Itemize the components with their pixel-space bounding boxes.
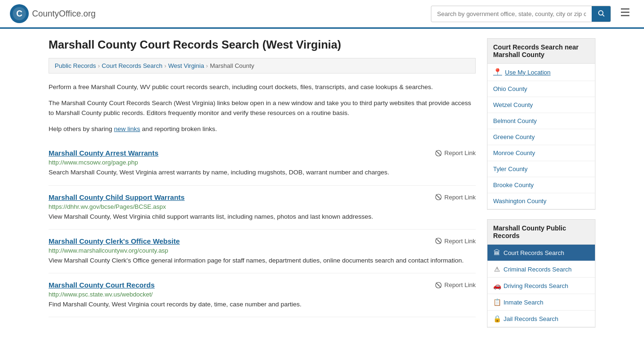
search-bar bbox=[431, 6, 611, 22]
record-header: Marshall County Clerk's Office Website R… bbox=[49, 237, 476, 245]
main-container: Marshall County Court Records Search (We… bbox=[39, 29, 605, 346]
public-records-link-icon: ⚠ bbox=[493, 265, 501, 273]
nearby-county-link[interactable]: Wetzel County bbox=[487, 97, 595, 113]
breadcrumb-sep-1: › bbox=[98, 62, 99, 69]
hamburger-button[interactable] bbox=[616, 5, 635, 23]
public-records-link[interactable]: 🚗Driving Records Search bbox=[487, 278, 595, 294]
location-icon: 📍 bbox=[493, 68, 502, 76]
record-desc: Search Marshall County, West Virginia ar… bbox=[49, 168, 476, 177]
nearby-county-link[interactable]: Greene County bbox=[487, 129, 595, 145]
public-records-link-label: Driving Records Search bbox=[504, 282, 568, 289]
public-records-links: 🏛Court Records Search⚠Criminal Records S… bbox=[487, 245, 595, 328]
nearby-county-link[interactable]: Brooke County bbox=[487, 177, 595, 193]
breadcrumb-west-virginia[interactable]: West Virginia bbox=[168, 62, 204, 69]
record-header: Marshall County Court Records Report Lin… bbox=[49, 281, 476, 289]
record-url[interactable]: http://www.marshallcountywv.org/county.a… bbox=[49, 247, 476, 254]
report-icon bbox=[435, 149, 442, 157]
record-title[interactable]: Marshall County Clerk's Office Website bbox=[49, 237, 180, 245]
description-para3: Help others by sharing new links and rep… bbox=[49, 124, 476, 134]
sidebar: Court Records Search near Marshall Count… bbox=[487, 38, 595, 337]
svg-line-4 bbox=[603, 15, 604, 16]
breadcrumb-marshall-county: Marshall County bbox=[210, 62, 254, 69]
svg-point-3 bbox=[599, 10, 603, 15]
record-item: Marshall County Child Support Warrants R… bbox=[49, 186, 476, 230]
public-records-link-label: Inmate Search bbox=[504, 299, 544, 306]
nearby-county-link[interactable]: Belmont County bbox=[487, 113, 595, 129]
public-records-link-label: Criminal Records Search bbox=[504, 266, 572, 273]
report-link[interactable]: Report Link bbox=[435, 193, 476, 201]
nearby-county-link[interactable]: Monroe County bbox=[487, 145, 595, 161]
use-location-link[interactable]: 📍 Use My Location bbox=[487, 64, 595, 81]
public-records-link-icon: 🏛 bbox=[493, 249, 501, 256]
nearby-links-container: Ohio CountyWetzel CountyBelmont CountyGr… bbox=[487, 81, 595, 209]
desc-para3-before: Help others by sharing bbox=[49, 125, 114, 132]
record-desc: View Marshall County, West Virginia chil… bbox=[49, 212, 476, 222]
logo-area: C CountyOffice.org bbox=[9, 4, 96, 24]
nearby-heading: Court Records Search near Marshall Count… bbox=[487, 38, 595, 64]
breadcrumb-sep-3: › bbox=[206, 62, 208, 69]
report-link[interactable]: Report Link bbox=[435, 237, 476, 245]
public-records-section: Marshall County Public Records 🏛Court Re… bbox=[487, 219, 595, 328]
report-link[interactable]: Report Link bbox=[435, 281, 476, 289]
search-button[interactable] bbox=[592, 6, 611, 22]
record-header: Marshall County Arrest Warrants Report L… bbox=[49, 149, 476, 157]
public-records-link[interactable]: ⚠Criminal Records Search bbox=[487, 261, 595, 278]
public-records-link-icon: 🔒 bbox=[493, 315, 501, 322]
record-url[interactable]: https://dhhr.wv.gov/bcse/Pages/BCSE.aspx bbox=[49, 203, 476, 210]
nearby-section: Court Records Search near Marshall Count… bbox=[487, 38, 595, 210]
public-records-heading: Marshall County Public Records bbox=[487, 219, 595, 245]
record-title[interactable]: Marshall County Court Records bbox=[49, 281, 155, 289]
record-item: Marshall County Court Records Report Lin… bbox=[49, 273, 476, 317]
search-input[interactable] bbox=[431, 7, 592, 21]
site-header: C CountyOffice.org bbox=[0, 0, 644, 29]
record-url[interactable]: http://www.mcsowv.org/page.php bbox=[49, 159, 476, 166]
content-area: Marshall County Court Records Search (We… bbox=[49, 38, 476, 337]
page-title: Marshall County Court Records Search (We… bbox=[49, 38, 476, 51]
desc-para3-after: and reporting broken links. bbox=[140, 125, 217, 132]
nearby-links: 📍 Use My Location Ohio CountyWetzel Coun… bbox=[487, 64, 595, 210]
record-url[interactable]: http://www.psc.state.wv.us/webdocket/ bbox=[49, 291, 476, 298]
nearby-county-link[interactable]: Ohio County bbox=[487, 81, 595, 97]
public-records-link-label: Jail Records Search bbox=[504, 315, 558, 322]
records-list: Marshall County Arrest Warrants Report L… bbox=[49, 141, 476, 317]
use-location-label: Use My Location bbox=[505, 69, 551, 76]
search-icon bbox=[597, 9, 605, 17]
public-records-link-label: Court Records Search bbox=[504, 249, 564, 256]
report-icon bbox=[435, 193, 442, 201]
public-records-link[interactable]: 🔒Jail Records Search bbox=[487, 311, 595, 327]
record-title[interactable]: Marshall County Arrest Warrants bbox=[49, 149, 158, 157]
record-desc: Find Marshall County, West Virginia cour… bbox=[49, 300, 476, 309]
breadcrumb-public-records[interactable]: Public Records bbox=[55, 62, 96, 69]
logo-suffix: .org bbox=[81, 9, 96, 18]
public-records-link[interactable]: 🏛Court Records Search bbox=[487, 245, 595, 261]
nearby-county-link[interactable]: Tyler County bbox=[487, 161, 595, 177]
description-section: Perform a free Marshall County, WV publi… bbox=[49, 82, 476, 134]
logo-text: CountyOffice.org bbox=[32, 9, 96, 19]
description-para2: The Marshall County Court Records Search… bbox=[49, 98, 476, 118]
record-header: Marshall County Child Support Warrants R… bbox=[49, 193, 476, 201]
nearby-county-link[interactable]: Washington County bbox=[487, 193, 595, 209]
svg-text:C: C bbox=[17, 9, 23, 18]
report-link[interactable]: Report Link bbox=[435, 149, 476, 157]
report-icon bbox=[435, 237, 442, 245]
hamburger-icon bbox=[619, 7, 631, 18]
report-icon bbox=[435, 281, 442, 289]
record-item: Marshall County Arrest Warrants Report L… bbox=[49, 141, 476, 185]
description-para1: Perform a free Marshall County, WV publi… bbox=[49, 82, 476, 92]
record-desc: View Marshall County Clerk's Office gene… bbox=[49, 256, 476, 265]
breadcrumb-court-records-search[interactable]: Court Records Search bbox=[102, 62, 163, 69]
logo-icon: C bbox=[9, 4, 29, 24]
new-links-link[interactable]: new links bbox=[114, 125, 140, 132]
public-records-link[interactable]: 📋Inmate Search bbox=[487, 294, 595, 311]
breadcrumb: Public Records › Court Records Search › … bbox=[49, 58, 476, 74]
header-right bbox=[431, 5, 635, 23]
public-records-link-icon: 🚗 bbox=[493, 282, 501, 289]
record-title[interactable]: Marshall County Child Support Warrants bbox=[49, 193, 185, 201]
public-records-link-icon: 📋 bbox=[493, 298, 501, 306]
breadcrumb-sep-2: › bbox=[164, 62, 166, 69]
record-item: Marshall County Clerk's Office Website R… bbox=[49, 230, 476, 273]
logo-name: CountyOffice bbox=[32, 9, 81, 18]
